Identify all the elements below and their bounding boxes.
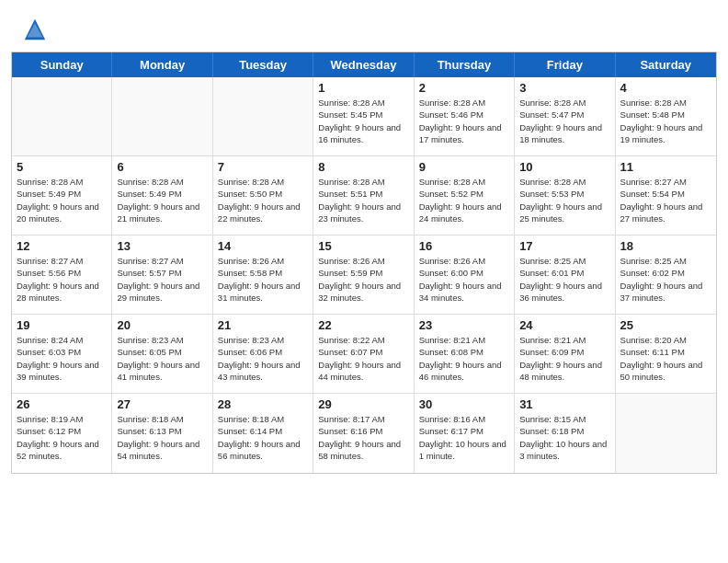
- day-info: Sunrise: 8:17 AMSunset: 6:16 PMDaylight:…: [318, 413, 408, 462]
- day-info: Sunrise: 8:26 AMSunset: 5:58 PMDaylight:…: [218, 255, 308, 304]
- day-number: 2: [419, 81, 509, 95]
- day-info: Sunrise: 8:23 AMSunset: 6:06 PMDaylight:…: [218, 334, 308, 383]
- empty-cell: [12, 77, 112, 156]
- day-number: 1: [318, 81, 408, 95]
- day-number: 8: [318, 160, 408, 174]
- logo: [22, 17, 51, 42]
- day-number: 5: [17, 160, 107, 174]
- weekday-header-tuesday: Tuesday: [213, 52, 313, 77]
- day-cell-31: 31Sunrise: 8:15 AMSunset: 6:18 PMDayligh…: [515, 394, 615, 473]
- day-cell-1: 1Sunrise: 8:28 AMSunset: 5:45 PMDaylight…: [313, 77, 414, 156]
- day-info: Sunrise: 8:28 AMSunset: 5:48 PMDaylight:…: [620, 97, 711, 145]
- day-number: 9: [419, 160, 509, 174]
- day-cell-2: 2Sunrise: 8:28 AMSunset: 5:46 PMDaylight…: [415, 77, 515, 156]
- day-number: 15: [318, 239, 408, 253]
- day-number: 10: [519, 160, 609, 174]
- day-number: 12: [17, 239, 107, 253]
- day-info: Sunrise: 8:25 AMSunset: 6:01 PMDaylight:…: [519, 255, 609, 304]
- day-cell-20: 20Sunrise: 8:23 AMSunset: 6:05 PMDayligh…: [112, 315, 212, 394]
- day-info: Sunrise: 8:21 AMSunset: 6:08 PMDaylight:…: [419, 334, 509, 383]
- calendar-header: SundayMondayTuesdayWednesdayThursdayFrid…: [12, 52, 716, 77]
- day-cell-22: 22Sunrise: 8:22 AMSunset: 6:07 PMDayligh…: [313, 315, 414, 394]
- page-container: SundayMondayTuesdayWednesdayThursdayFrid…: [0, 0, 728, 474]
- day-number: 11: [620, 160, 711, 174]
- day-info: Sunrise: 8:15 AMSunset: 6:18 PMDaylight:…: [519, 413, 609, 462]
- day-number: 23: [419, 318, 509, 332]
- day-cell-3: 3Sunrise: 8:28 AMSunset: 5:47 PMDaylight…: [515, 77, 615, 156]
- day-info: Sunrise: 8:26 AMSunset: 5:59 PMDaylight:…: [318, 255, 408, 304]
- day-number: 26: [17, 397, 107, 411]
- day-cell-4: 4Sunrise: 8:28 AMSunset: 5:48 PMDaylight…: [616, 77, 716, 156]
- day-number: 4: [620, 81, 711, 95]
- day-info: Sunrise: 8:25 AMSunset: 6:02 PMDaylight:…: [620, 255, 711, 304]
- day-info: Sunrise: 8:28 AMSunset: 5:51 PMDaylight:…: [318, 176, 408, 224]
- day-info: Sunrise: 8:28 AMSunset: 5:49 PMDaylight:…: [117, 176, 207, 224]
- day-info: Sunrise: 8:26 AMSunset: 6:00 PMDaylight:…: [419, 255, 509, 304]
- weekday-header-sunday: Sunday: [12, 52, 112, 77]
- day-number: 27: [117, 397, 207, 411]
- day-cell-18: 18Sunrise: 8:25 AMSunset: 6:02 PMDayligh…: [616, 236, 716, 315]
- day-number: 14: [218, 239, 308, 253]
- day-cell-5: 5Sunrise: 8:28 AMSunset: 5:49 PMDaylight…: [12, 156, 112, 236]
- day-cell-10: 10Sunrise: 8:28 AMSunset: 5:53 PMDayligh…: [515, 156, 615, 236]
- day-info: Sunrise: 8:18 AMSunset: 6:13 PMDaylight:…: [117, 413, 207, 462]
- day-number: 25: [620, 318, 711, 332]
- empty-cell: [213, 77, 313, 156]
- day-cell-25: 25Sunrise: 8:20 AMSunset: 6:11 PMDayligh…: [616, 315, 716, 394]
- day-cell-23: 23Sunrise: 8:21 AMSunset: 6:08 PMDayligh…: [415, 315, 515, 394]
- day-info: Sunrise: 8:16 AMSunset: 6:17 PMDaylight:…: [419, 413, 509, 462]
- day-number: 6: [117, 160, 207, 174]
- weekday-header-wednesday: Wednesday: [313, 52, 414, 77]
- day-info: Sunrise: 8:27 AMSunset: 5:56 PMDaylight:…: [17, 255, 107, 304]
- logo-icon: [22, 17, 48, 42]
- day-cell-17: 17Sunrise: 8:25 AMSunset: 6:01 PMDayligh…: [515, 236, 615, 315]
- page-header: [0, 0, 728, 52]
- day-cell-13: 13Sunrise: 8:27 AMSunset: 5:57 PMDayligh…: [112, 236, 212, 315]
- day-cell-30: 30Sunrise: 8:16 AMSunset: 6:17 PMDayligh…: [415, 394, 515, 473]
- day-info: Sunrise: 8:20 AMSunset: 6:11 PMDaylight:…: [620, 334, 711, 383]
- day-info: Sunrise: 8:24 AMSunset: 6:03 PMDaylight:…: [17, 334, 107, 383]
- day-number: 13: [117, 239, 207, 253]
- day-number: 3: [519, 81, 609, 95]
- day-number: 28: [218, 397, 308, 411]
- day-number: 18: [620, 239, 711, 253]
- day-info: Sunrise: 8:28 AMSunset: 5:50 PMDaylight:…: [218, 176, 308, 224]
- day-cell-21: 21Sunrise: 8:23 AMSunset: 6:06 PMDayligh…: [213, 315, 313, 394]
- day-info: Sunrise: 8:18 AMSunset: 6:14 PMDaylight:…: [218, 413, 308, 462]
- day-cell-29: 29Sunrise: 8:17 AMSunset: 6:16 PMDayligh…: [313, 394, 414, 473]
- calendar-grid: 1Sunrise: 8:28 AMSunset: 5:45 PMDaylight…: [12, 77, 716, 473]
- day-cell-28: 28Sunrise: 8:18 AMSunset: 6:14 PMDayligh…: [213, 394, 313, 473]
- day-cell-12: 12Sunrise: 8:27 AMSunset: 5:56 PMDayligh…: [12, 236, 112, 315]
- day-cell-8: 8Sunrise: 8:28 AMSunset: 5:51 PMDaylight…: [313, 156, 414, 236]
- day-cell-14: 14Sunrise: 8:26 AMSunset: 5:58 PMDayligh…: [213, 236, 313, 315]
- day-cell-24: 24Sunrise: 8:21 AMSunset: 6:09 PMDayligh…: [515, 315, 615, 394]
- day-cell-6: 6Sunrise: 8:28 AMSunset: 5:49 PMDaylight…: [112, 156, 212, 236]
- day-info: Sunrise: 8:22 AMSunset: 6:07 PMDaylight:…: [318, 334, 408, 383]
- day-cell-27: 27Sunrise: 8:18 AMSunset: 6:13 PMDayligh…: [112, 394, 212, 473]
- day-number: 22: [318, 318, 408, 332]
- day-info: Sunrise: 8:28 AMSunset: 5:47 PMDaylight:…: [519, 97, 609, 145]
- day-info: Sunrise: 8:23 AMSunset: 6:05 PMDaylight:…: [117, 334, 207, 383]
- day-cell-15: 15Sunrise: 8:26 AMSunset: 5:59 PMDayligh…: [313, 236, 414, 315]
- day-number: 19: [17, 318, 107, 332]
- day-cell-7: 7Sunrise: 8:28 AMSunset: 5:50 PMDaylight…: [213, 156, 313, 236]
- weekday-header-friday: Friday: [515, 52, 615, 77]
- day-number: 30: [419, 397, 509, 411]
- weekday-header-thursday: Thursday: [415, 52, 515, 77]
- day-info: Sunrise: 8:27 AMSunset: 5:54 PMDaylight:…: [620, 176, 711, 224]
- day-cell-11: 11Sunrise: 8:27 AMSunset: 5:54 PMDayligh…: [616, 156, 716, 236]
- day-info: Sunrise: 8:28 AMSunset: 5:45 PMDaylight:…: [318, 97, 408, 145]
- day-cell-26: 26Sunrise: 8:19 AMSunset: 6:12 PMDayligh…: [12, 394, 112, 473]
- day-cell-9: 9Sunrise: 8:28 AMSunset: 5:52 PMDaylight…: [415, 156, 515, 236]
- day-number: 16: [419, 239, 509, 253]
- day-number: 7: [218, 160, 308, 174]
- day-number: 20: [117, 318, 207, 332]
- empty-cell: [616, 394, 716, 473]
- day-info: Sunrise: 8:28 AMSunset: 5:53 PMDaylight:…: [519, 176, 609, 224]
- day-info: Sunrise: 8:27 AMSunset: 5:57 PMDaylight:…: [117, 255, 207, 304]
- weekday-header-monday: Monday: [112, 52, 212, 77]
- day-number: 31: [519, 397, 609, 411]
- day-cell-16: 16Sunrise: 8:26 AMSunset: 6:00 PMDayligh…: [415, 236, 515, 315]
- day-info: Sunrise: 8:28 AMSunset: 5:46 PMDaylight:…: [419, 97, 509, 145]
- day-number: 24: [519, 318, 609, 332]
